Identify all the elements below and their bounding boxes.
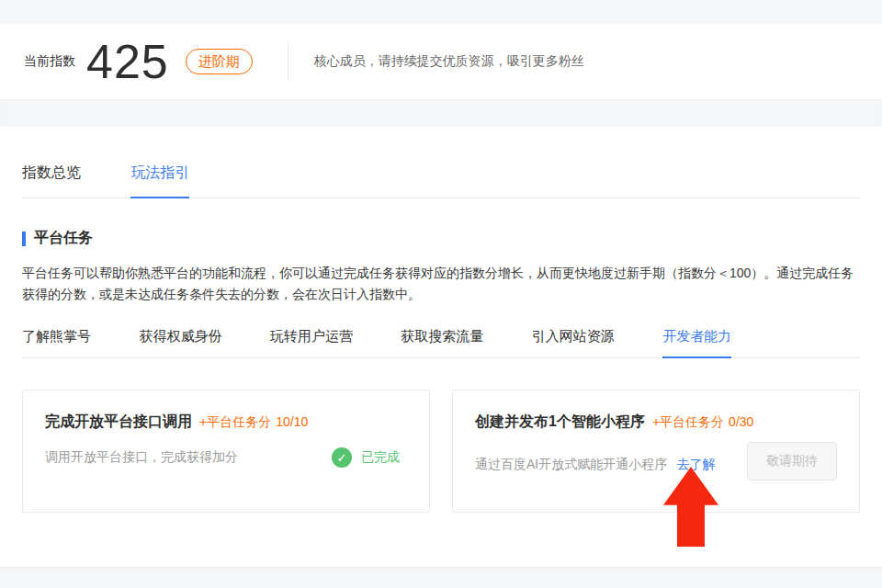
card-title-row: 创建并发布1个智能小程序 +平台任务分0/30 bbox=[475, 413, 837, 432]
task-score: +平台任务分10/10 bbox=[199, 414, 308, 431]
task-score-label: +平台任务分 bbox=[199, 414, 271, 429]
subtab-know-xiongzhang[interactable]: 了解熊掌号 bbox=[22, 328, 91, 356]
task-status-label: 已完成 bbox=[361, 449, 400, 466]
task-score-value: 0/30 bbox=[729, 414, 753, 429]
primary-tabs: 指数总览 玩法指引 bbox=[22, 164, 860, 198]
section-description: 平台任务可以帮助你熟悉平台的功能和流程，你可以通过完成任务获得对应的指数分增长，… bbox=[22, 263, 860, 305]
task-score-label: +平台任务分 bbox=[652, 414, 724, 429]
header-message: 核心成员，请持续提交优质资源，吸引更多粉丝 bbox=[314, 53, 584, 70]
subtab-developer-ability[interactable]: 开发者能力 bbox=[662, 328, 731, 358]
card-title-row: 完成开放平台接口调用 +平台任务分10/10 bbox=[45, 413, 407, 432]
subtab-user-operation[interactable]: 玩转用户运营 bbox=[270, 328, 353, 356]
tab-index-overview[interactable]: 指数总览 bbox=[22, 164, 81, 197]
section-gap bbox=[0, 99, 882, 127]
task-score: +平台任务分0/30 bbox=[652, 414, 753, 431]
task-description: 通过百度AI开放式赋能开通小程序 bbox=[475, 457, 667, 471]
section-title-row: 平台任务 bbox=[22, 229, 860, 248]
subtab-authority-identity[interactable]: 获得权威身份 bbox=[139, 328, 221, 356]
task-category-tabs: 了解熊掌号 获得权威身份 玩转用户运营 获取搜索流量 引入网站资源 开发者能力 bbox=[22, 328, 860, 358]
current-index-value: 425 bbox=[86, 38, 169, 85]
top-strip bbox=[0, 0, 882, 24]
task-card-mini-program: 创建并发布1个智能小程序 +平台任务分0/30 通过百度AI开放式赋能开通小程序… bbox=[452, 390, 860, 513]
header-divider bbox=[288, 42, 288, 81]
section-accent-bar bbox=[22, 232, 26, 246]
coming-soon-button[interactable]: 敬请期待 bbox=[747, 442, 837, 481]
task-title: 完成开放平台接口调用 bbox=[45, 413, 192, 432]
task-title: 创建并发布1个智能小程序 bbox=[475, 413, 645, 432]
tab-play-guide[interactable]: 玩法指引 bbox=[130, 164, 189, 198]
card-body: 调用开放平台接口，完成获得加分 ✓ 已完成 bbox=[45, 447, 407, 468]
task-score-value: 10/10 bbox=[276, 414, 308, 429]
task-cards: 完成开放平台接口调用 +平台任务分10/10 调用开放平台接口，完成获得加分 ✓… bbox=[22, 390, 860, 513]
task-desc-with-link: 通过百度AI开放式赋能开通小程序 去了解 bbox=[475, 456, 716, 473]
card-body: 通过百度AI开放式赋能开通小程序 去了解 敬请期待 bbox=[475, 447, 837, 481]
current-index-label: 当前指数 bbox=[24, 53, 75, 70]
subtab-website-resource[interactable]: 引入网站资源 bbox=[532, 328, 615, 356]
task-description: 调用开放平台接口，完成获得加分 bbox=[45, 449, 238, 466]
task-status: ✓ 已完成 bbox=[332, 447, 400, 468]
stage-badge: 进阶期 bbox=[186, 49, 253, 74]
learn-more-link[interactable]: 去了解 bbox=[677, 457, 716, 471]
check-circle-icon: ✓ bbox=[332, 447, 352, 468]
section-title: 平台任务 bbox=[34, 229, 93, 248]
subtab-search-traffic[interactable]: 获取搜索流量 bbox=[401, 328, 483, 356]
task-card-api-call: 完成开放平台接口调用 +平台任务分10/10 调用开放平台接口，完成获得加分 ✓… bbox=[22, 390, 430, 513]
index-header: 当前指数 425 进阶期 核心成员，请持续提交优质资源，吸引更多粉丝 bbox=[0, 24, 882, 99]
main-content: 指数总览 玩法指引 平台任务 平台任务可以帮助你熟悉平台的功能和流程，你可以通过… bbox=[0, 127, 882, 567]
bottom-strip bbox=[0, 567, 882, 588]
